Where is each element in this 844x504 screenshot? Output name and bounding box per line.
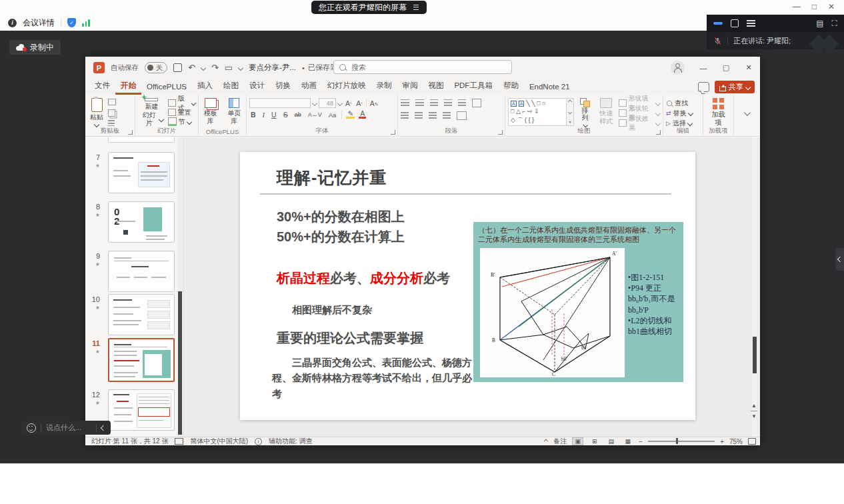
clipboard-dialog-launcher-icon[interactable] <box>128 130 133 135</box>
zoom-out-button[interactable]: − <box>639 438 643 445</box>
template-library-button[interactable]: 模板库 <box>201 97 220 127</box>
strikethrough-button[interactable]: S <box>282 111 289 119</box>
tab-slideshow[interactable]: 幻灯片放映 <box>322 78 371 95</box>
tab-animations[interactable]: 动画 <box>296 78 322 95</box>
close-icon[interactable]: ✕ <box>828 2 835 11</box>
text-direction-icon[interactable] <box>472 99 481 107</box>
tab-help[interactable]: 帮助 <box>498 78 524 95</box>
zoom-in-button[interactable]: + <box>720 438 724 445</box>
align-right-icon[interactable] <box>429 112 437 119</box>
network-signal-icon[interactable] <box>82 19 90 27</box>
list-view-icon[interactable] <box>747 20 755 27</box>
tab-endnote[interactable]: EndNote 21 <box>524 80 575 95</box>
format-painter-icon[interactable] <box>108 120 115 126</box>
speaker-view-icon[interactable] <box>713 22 723 25</box>
slide-figure[interactable]: （七）在一个二元体系内生成低共熔型有限固熔融体、另一个二元体系内生成转熔型有限固… <box>473 222 683 382</box>
shapes-row1[interactable]: ╲ ╲ □ ○ <box>526 101 545 107</box>
accessibility-status[interactable]: 辅助功能: 调查 <box>269 437 313 446</box>
paste-button[interactable]: 粘贴 <box>88 97 105 127</box>
redo-icon[interactable]: ↷ <box>211 63 219 72</box>
fit-slide-icon[interactable] <box>748 438 756 445</box>
font-size-select[interactable]: 48 <box>319 98 336 108</box>
tab-transitions[interactable]: 切换 <box>270 78 296 95</box>
section-button[interactable]: 节 <box>168 117 195 126</box>
zoom-slider-thumb[interactable] <box>676 438 678 444</box>
columns-icon[interactable] <box>457 111 467 120</box>
account-avatar[interactable] <box>671 61 685 75</box>
shapes-row3[interactable]: ◇ ⌒ ( { } <box>511 117 564 123</box>
tab-review[interactable]: 审阅 <box>397 78 423 95</box>
new-slide-button[interactable]: 新建 幻灯片 <box>138 97 165 127</box>
bold-button[interactable]: B <box>249 111 257 119</box>
gallery-up-icon[interactable] <box>568 100 573 105</box>
slide-counter[interactable]: 幻灯片 第 11 张，共 12 张 <box>91 437 168 446</box>
tab-design[interactable]: 设计 <box>244 78 270 95</box>
shapes-row2[interactable]: □ △ ⌐ ⇨ ⇩ <box>511 109 564 115</box>
find-button[interactable]: 查找 <box>666 99 693 107</box>
gallery-more-icon[interactable]: ▾ <box>569 119 571 124</box>
tab-view[interactable]: 视图 <box>423 78 449 95</box>
chat-quick-input[interactable]: 说点什么... <box>21 421 111 435</box>
emoji-icon[interactable] <box>27 423 36 433</box>
cut-icon[interactable] <box>108 99 116 105</box>
collapse-ribbon-chevron-icon[interactable] <box>743 109 750 115</box>
slideshow-icon[interactable]: ▭ <box>225 63 233 72</box>
thumbnail-slide12[interactable] <box>108 389 175 431</box>
thumbnail-scrollbar-thumb[interactable] <box>178 291 182 435</box>
thumbnail-slide11-selected[interactable] <box>108 338 175 382</box>
notes-button[interactable]: 备注 <box>553 437 567 446</box>
autosave-toggle[interactable]: 关 <box>145 62 167 73</box>
textbox-h-icon[interactable]: A <box>511 101 517 107</box>
bullets-icon[interactable] <box>401 99 409 107</box>
thumbnail-slide9[interactable] <box>108 251 175 292</box>
subscript-strike-icon[interactable]: ab <box>293 111 303 118</box>
shapes-gallery-scrollbar[interactable]: ▾ <box>567 98 574 126</box>
drawing-dialog-launcher-icon[interactable] <box>656 130 661 135</box>
align-center-icon[interactable] <box>415 112 423 119</box>
justify-icon[interactable] <box>443 112 451 119</box>
increase-indent-icon[interactable] <box>444 99 452 107</box>
numbering-icon[interactable] <box>415 99 424 107</box>
grow-font-button[interactable]: Aˆ <box>344 99 353 107</box>
layout-button[interactable]: 版式 <box>168 99 195 107</box>
undo-icon[interactable]: ↶ <box>188 63 195 72</box>
ppt-restore-icon[interactable]: ▢ <box>715 57 737 79</box>
gallery-view-icon[interactable] <box>731 19 739 27</box>
shapes-gallery[interactable]: A A ╲ ╲ □ ○ □ △ ⌐ ⇨ ⇩ ◇ ⌒ ( { } <box>508 98 567 126</box>
gallery-down-icon[interactable] <box>568 109 573 114</box>
underline-button[interactable]: U <box>270 111 278 119</box>
zoom-slider[interactable] <box>648 441 715 442</box>
thumbnail-slide10[interactable] <box>108 294 175 335</box>
slideshow-view-button[interactable]: ▦ <box>622 437 633 445</box>
viewing-banner[interactable]: 您正在观看尹耀阳的屏幕 ☰ <box>311 1 427 14</box>
sidebar-collapse-tab[interactable] <box>835 248 844 271</box>
tab-file[interactable]: 文件 <box>89 78 115 95</box>
comments-icon[interactable] <box>698 82 709 92</box>
single-page-library-button[interactable]: 单页库 <box>225 97 244 127</box>
thumbnail-slide8[interactable]: 02 <box>108 201 175 243</box>
next-slide-icon[interactable]: ▼ <box>751 413 757 419</box>
reset-button[interactable]: 重置 <box>168 108 195 117</box>
italic-button[interactable]: I <box>261 111 267 119</box>
ppt-close-icon[interactable]: ✕ <box>737 57 760 79</box>
ppt-minimize-icon[interactable]: — <box>692 57 715 79</box>
document-title[interactable]: 要点分享-尹... <box>249 63 296 73</box>
copy-icon[interactable] <box>108 109 115 117</box>
reading-view-button[interactable]: ▤ <box>605 437 617 445</box>
textbox-v-icon[interactable]: A <box>519 101 525 107</box>
tab-pdf-tools[interactable]: PDF工具箱 <box>449 78 498 95</box>
save-icon[interactable] <box>173 63 182 72</box>
clear-formatting-button[interactable]: A✎ <box>369 99 380 107</box>
slide-sorter-view-button[interactable]: ⊞ <box>589 437 600 445</box>
tab-draw[interactable]: 绘图 <box>218 78 244 95</box>
chat-placeholder[interactable]: 说点什么... <box>46 423 91 433</box>
collapse-chat-icon[interactable] <box>101 425 106 430</box>
thumbnail-slide7[interactable] <box>108 152 175 193</box>
quick-styles-button[interactable]: 快速样式 <box>596 97 616 127</box>
font-color-button[interactable]: A <box>359 111 366 119</box>
canvas-scrollbar-thumb[interactable] <box>753 337 757 373</box>
collapse-panel-icon[interactable]: ▤ <box>816 19 823 28</box>
shrink-font-button[interactable]: Aˇ <box>355 99 363 107</box>
undo-chevron-icon[interactable] <box>201 65 206 70</box>
align-left-icon[interactable] <box>401 112 409 119</box>
